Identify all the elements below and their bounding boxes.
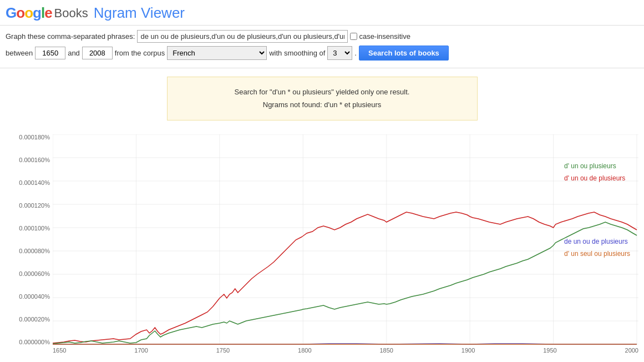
- phrase-row: Graph these comma-separated phrases: cas…: [6, 30, 638, 43]
- year-start-input[interactable]: [35, 47, 65, 59]
- notification-line2: Ngrams not found: d'un * et plusieurs: [179, 98, 466, 111]
- x-label-1950: 1950: [543, 347, 556, 354]
- ngram-viewer-label: Ngram Viewer: [94, 4, 185, 22]
- x-label-1700: 1700: [134, 347, 148, 354]
- header: Google Books Ngram Viewer: [0, 0, 644, 26]
- google-o1: o: [16, 4, 24, 21]
- google-o2: o: [24, 4, 33, 21]
- y-label-9: 0.000000%: [19, 339, 50, 345]
- y-label-2: 0.000140%: [19, 180, 50, 186]
- x-label-1850: 1850: [379, 347, 393, 354]
- books-label: Books: [54, 6, 88, 21]
- case-insensitive-label: case-insensitive: [350, 32, 410, 41]
- google-g: G: [6, 4, 16, 21]
- corpus-select[interactable]: French: [167, 46, 267, 60]
- year-end-input[interactable]: [82, 47, 113, 59]
- period-label: .: [354, 49, 357, 57]
- controls-panel: Graph these comma-separated phrases: cas…: [0, 26, 644, 68]
- chart-legend: d' un ou plusieurs d' un ou de plusieurs…: [564, 162, 630, 262]
- legend-item-green: d' un ou plusieurs: [564, 162, 630, 170]
- chart-inner: [53, 134, 638, 345]
- y-label-8: 0.000020%: [19, 316, 50, 323]
- phrase-input[interactable]: [137, 30, 348, 43]
- legend-item-red: d' un ou de plusieurs: [564, 174, 630, 182]
- y-label-4: 0.000100%: [19, 225, 50, 232]
- phrase-label: Graph these comma-separated phrases:: [6, 32, 135, 41]
- y-label-1: 0.000160%: [19, 157, 50, 163]
- case-insensitive-text: case-insensitive: [359, 32, 410, 41]
- x-label-1650: 1650: [53, 347, 66, 354]
- notification-box: Search for "d'un * ou plusieurs" yielded…: [167, 77, 478, 120]
- legend-item-blue: de un ou de plusieurs: [564, 238, 630, 245]
- legend-item-orange: d' un seul ou plusieurs: [564, 250, 630, 258]
- and-label: and: [68, 49, 80, 57]
- google-e: e: [44, 4, 52, 21]
- smoothing-select[interactable]: 3: [327, 46, 352, 60]
- between-label: between: [6, 49, 33, 57]
- case-insensitive-checkbox[interactable]: [350, 33, 357, 40]
- y-label-7: 0.000040%: [19, 294, 50, 300]
- with-smoothing-label: with smoothing of: [269, 49, 325, 57]
- chart-svg: [53, 134, 638, 345]
- year-row: between and from the corpus French with …: [6, 46, 638, 61]
- chart-area: 0.000180% 0.000160% 0.000140% 0.000120% …: [0, 129, 644, 362]
- y-axis: 0.000180% 0.000160% 0.000140% 0.000120% …: [6, 134, 53, 345]
- x-axis: 1650 1700 1750 1800 1850 1900 1950 2000: [6, 347, 638, 354]
- x-label-1900: 1900: [462, 347, 475, 354]
- y-label-3: 0.000120%: [19, 203, 50, 209]
- green-line: [53, 222, 637, 344]
- x-label-1750: 1750: [216, 347, 230, 354]
- x-label-1800: 1800: [298, 347, 311, 354]
- google-logo: Google: [6, 4, 52, 22]
- y-label-5: 0.000080%: [19, 248, 50, 254]
- red-line: [53, 212, 637, 343]
- search-button[interactable]: Search lots of books: [359, 46, 449, 61]
- y-label-6: 0.000060%: [19, 271, 50, 277]
- chart-container: 0.000180% 0.000160% 0.000140% 0.000120% …: [6, 134, 638, 345]
- from-corpus-label: from the corpus: [115, 49, 165, 57]
- x-label-2000: 2000: [625, 347, 638, 354]
- google-g2: g: [33, 4, 41, 21]
- y-label-0: 0.000180%: [19, 134, 50, 140]
- notification-line1: Search for "d'un * ou plusieurs" yielded…: [179, 86, 466, 98]
